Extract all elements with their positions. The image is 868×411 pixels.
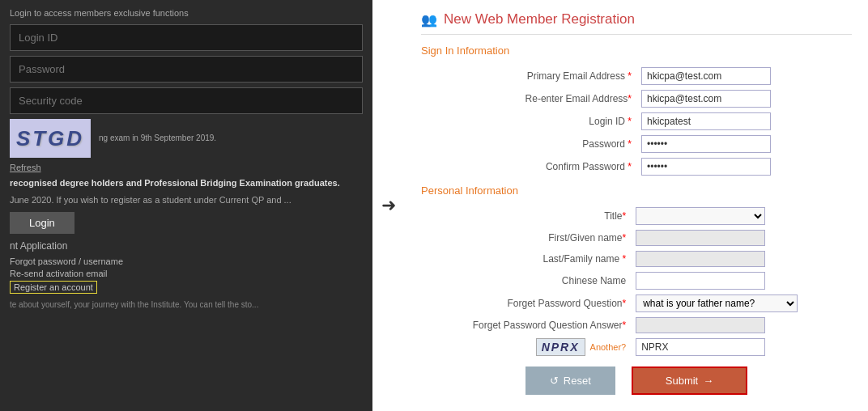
- confirm-password-row: Confirm Password *: [421, 155, 852, 178]
- submit-button[interactable]: Submit →: [632, 367, 747, 395]
- forget-pw-answer-row: Forget Password Question Answer*: [421, 315, 852, 336]
- re-enter-email-row: Re-enter Email Address*: [421, 87, 852, 110]
- arrow-icon: ➜: [381, 195, 396, 216]
- login-id-input[interactable]: [10, 24, 363, 51]
- last-name-input[interactable]: [636, 251, 765, 267]
- primary-email-label: Primary Email Address *: [421, 65, 636, 87]
- register-account-link[interactable]: Register an account: [10, 281, 97, 294]
- forget-pw-question-row: Forget Password Question* what is your f…: [421, 292, 852, 315]
- chinese-name-label: Chinese Name: [421, 269, 631, 292]
- required-star: *: [623, 253, 627, 265]
- chinese-name-input[interactable]: [636, 272, 765, 290]
- forget-pw-answer-cell: [631, 315, 852, 336]
- login-id-label: Login ID *: [421, 110, 636, 133]
- captcha-row-right: NPRX Another?: [421, 336, 852, 358]
- submit-icon: →: [703, 375, 713, 387]
- last-name-label: Last/Family name *: [421, 248, 631, 269]
- resend-activation-link[interactable]: Re-send activation email: [10, 269, 363, 278]
- right-panel: 👥 New Web Member Registration Sign In In…: [405, 0, 868, 411]
- login-id-cell: [636, 110, 852, 133]
- forgot-password-link[interactable]: Forgot password / username: [10, 256, 363, 266]
- arrow-col: ➜: [372, 0, 405, 411]
- required-star: *: [628, 70, 632, 82]
- first-name-input[interactable]: [636, 230, 765, 246]
- password-row: Password *: [421, 133, 852, 155]
- title-select[interactable]: Mr Ms Mrs Dr: [636, 207, 765, 225]
- page-title: 👥 New Web Member Registration: [421, 11, 852, 35]
- confirm-password-label: Confirm Password *: [421, 155, 636, 178]
- login-id-row: Login ID *: [421, 110, 852, 133]
- required-star: *: [628, 138, 632, 150]
- required-star: *: [628, 116, 632, 127]
- security-code-input[interactable]: [10, 87, 363, 114]
- primary-email-row: Primary Email Address *: [421, 65, 852, 87]
- chinese-name-cell: [631, 269, 852, 292]
- refresh-link[interactable]: Refresh: [10, 163, 41, 172]
- captcha-image: STGD: [10, 119, 91, 158]
- reset-label: Reset: [564, 375, 591, 387]
- confirm-password-field[interactable]: [641, 158, 771, 176]
- first-name-label: First/Given name*: [421, 227, 631, 248]
- last-name-cell: [631, 248, 852, 269]
- promo-text-1: recognised degree holders and Profession…: [10, 177, 363, 189]
- reset-icon: ↺: [550, 375, 559, 387]
- users-icon: 👥: [421, 12, 437, 28]
- re-enter-email-cell: [636, 87, 852, 110]
- captcha-input[interactable]: [636, 338, 765, 356]
- forget-pw-question-label: Forget Password Question*: [421, 292, 631, 315]
- captcha-side-text: ng exam in 9th September 2019.: [99, 133, 216, 144]
- required-star: *: [623, 298, 627, 309]
- title-cell: Mr Ms Mrs Dr: [631, 205, 852, 227]
- captcha-row: STGD ng exam in 9th September 2019.: [10, 119, 363, 158]
- re-enter-email-input[interactable]: [641, 90, 771, 108]
- another-link[interactable]: Another?: [590, 342, 627, 352]
- captcha-input-cell: [631, 336, 852, 358]
- promo-text-2: June 2020. If you wish to register as a …: [10, 194, 363, 206]
- chinese-name-row: Chinese Name: [421, 269, 852, 292]
- primary-email-cell: [636, 65, 852, 87]
- section1-label: Sign In Information: [421, 44, 852, 57]
- captcha-label-cell: NPRX Another?: [421, 336, 631, 358]
- password-label: Password *: [421, 133, 636, 155]
- first-name-row: First/Given name*: [421, 227, 852, 248]
- forget-pw-answer-input[interactable]: [636, 317, 765, 333]
- captcha-img-right: NPRX: [536, 338, 585, 356]
- top-text: Login to access members exclusive functi…: [10, 8, 363, 18]
- forget-pw-question-cell: what is your father name? what is your m…: [631, 292, 852, 315]
- forget-pw-question-select[interactable]: what is your father name? what is your m…: [636, 294, 798, 312]
- confirm-password-cell: [636, 155, 852, 178]
- member-application-label: nt Application: [10, 240, 363, 252]
- password-cell: [636, 133, 852, 155]
- primary-email-input[interactable]: [641, 67, 771, 85]
- bottom-text: te about yourself, your journey with the…: [10, 299, 363, 311]
- required-star: *: [628, 93, 632, 104]
- section2-label: Personal Information: [421, 184, 852, 197]
- password-input[interactable]: [10, 56, 363, 83]
- forget-pw-answer-label: Forget Password Question Answer*: [421, 315, 631, 336]
- signin-form: Primary Email Address * Re-enter Email A…: [421, 65, 852, 178]
- required-star: *: [623, 320, 627, 331]
- reset-button[interactable]: ↺ Reset: [525, 367, 615, 395]
- submit-label: Submit: [666, 375, 698, 387]
- login-button[interactable]: Login: [10, 212, 74, 234]
- re-enter-email-label: Re-enter Email Address*: [421, 87, 636, 110]
- buttons-row: ↺ Reset Submit →: [421, 367, 852, 395]
- required-star: *: [628, 161, 632, 172]
- captcha-text: STGD: [16, 126, 84, 151]
- title-label: Title*: [421, 205, 631, 227]
- last-name-row: Last/Family name *: [421, 248, 852, 269]
- login-id-field[interactable]: [641, 112, 771, 130]
- personal-form: Title* Mr Ms Mrs Dr First/Given name* La…: [421, 205, 852, 358]
- required-star: *: [623, 210, 627, 222]
- required-star: *: [623, 232, 627, 244]
- first-name-cell: [631, 227, 852, 248]
- title-row: Title* Mr Ms Mrs Dr: [421, 205, 852, 227]
- password-field[interactable]: [641, 135, 771, 153]
- left-panel: Login to access members exclusive functi…: [0, 0, 372, 411]
